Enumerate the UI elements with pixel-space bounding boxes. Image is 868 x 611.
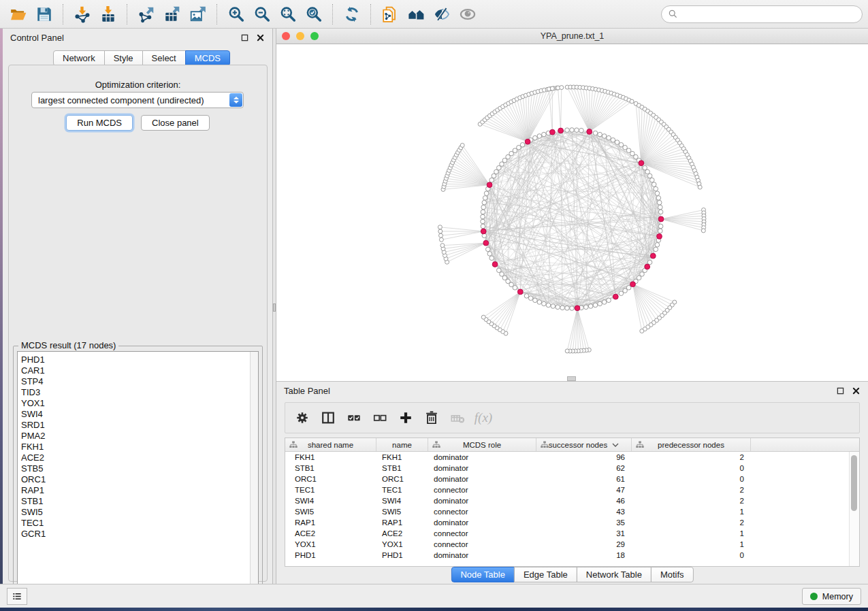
delete-table-button — [446, 406, 469, 429]
mcds-result-item[interactable]: FKH1 — [21, 442, 258, 452]
import-table-button[interactable] — [95, 3, 121, 26]
save-session-button[interactable] — [31, 3, 57, 26]
zoom-selected-button[interactable] — [301, 3, 327, 26]
mcds-result-item[interactable]: ORC1 — [21, 474, 258, 485]
cell-shared-name: SWI5 — [285, 508, 376, 516]
hide-graphics-details-button[interactable] — [429, 3, 455, 26]
table-row[interactable]: PHD1PHD1dominator180 — [285, 550, 859, 561]
tab-node-table[interactable]: Node Table — [451, 567, 515, 582]
search-input[interactable] — [681, 9, 856, 20]
table-row[interactable]: RAP1RAP1dominator352 — [285, 517, 859, 528]
window-maximize-light[interactable] — [310, 32, 319, 40]
mcds-result-item[interactable]: CAR1 — [21, 365, 258, 376]
mcds-result-item[interactable]: SRD1 — [21, 420, 258, 431]
close-mcds-panel-button[interactable]: Close panel — [141, 115, 210, 131]
tab-network-table[interactable]: Network Table — [577, 567, 652, 582]
cell-predecessor-nodes: 0 — [632, 475, 751, 483]
criterion-select[interactable]: largest connected component (undirected) — [31, 92, 244, 108]
column-header-MCDS-role[interactable]: MCDS role — [428, 438, 536, 451]
mcds-result-item[interactable]: PMA2 — [21, 431, 258, 442]
tab-style[interactable]: Style — [104, 50, 143, 66]
network-graph[interactable] — [276, 44, 868, 381]
cell-predecessor-nodes: 2 — [632, 486, 751, 494]
mcds-result-item[interactable]: STB1 — [21, 496, 258, 507]
table-row[interactable]: FKH1FKH1dominator962 — [285, 452, 859, 463]
network-window-title: YPA_prune.txt_1 — [276, 31, 868, 41]
cell-name: SWI4 — [376, 497, 428, 505]
mcds-result-item[interactable]: STB5 — [21, 463, 258, 474]
tab-network[interactable]: Network — [53, 50, 105, 66]
unselect-all-button[interactable] — [368, 406, 391, 429]
mcds-result-item[interactable]: PHD1 — [21, 354, 258, 365]
cell-MCDS-role: dominator — [428, 453, 536, 461]
horizontal-splitter-handle[interactable] — [567, 376, 576, 381]
window-minimize-light[interactable] — [296, 32, 304, 40]
column-header-name[interactable]: name — [376, 438, 428, 451]
tab-motifs[interactable]: Motifs — [651, 567, 694, 582]
tab-mcds[interactable]: MCDS — [185, 50, 230, 66]
export-network-button[interactable] — [133, 3, 159, 26]
import-network-button[interactable] — [69, 3, 95, 26]
criterion-value: largest connected component (undirected) — [38, 95, 204, 105]
cell-successor-nodes: 18 — [536, 551, 632, 559]
new-network-from-selection-button[interactable] — [377, 3, 403, 26]
close-table-panel-button[interactable] — [851, 386, 861, 395]
vertical-splitter-handle[interactable] — [273, 303, 276, 312]
close-panel-button[interactable] — [255, 33, 265, 42]
zoom-out-button[interactable] — [249, 3, 275, 26]
mcds-result-item[interactable]: TEC1 — [21, 518, 258, 529]
mcds-result-item[interactable]: TID3 — [21, 387, 258, 398]
mcds-result-item[interactable]: STP4 — [21, 376, 258, 387]
table-scrollbar[interactable] — [849, 452, 859, 566]
mcds-result-item[interactable]: GCR1 — [21, 529, 258, 540]
mcds-list-scrollbar[interactable] — [250, 352, 258, 595]
mcds-result-item[interactable]: YOX1 — [21, 398, 258, 409]
column-header-shared-name[interactable]: shared name — [285, 438, 376, 451]
first-neighbors-button[interactable] — [403, 3, 429, 26]
export-image-button[interactable] — [185, 3, 211, 26]
tab-edge-table[interactable]: Edge Table — [514, 567, 577, 582]
window-close-light[interactable] — [282, 32, 290, 40]
cell-predecessor-nodes: 2 — [632, 453, 751, 461]
table-scrollbar-thumb[interactable] — [851, 455, 857, 511]
search-box[interactable] — [661, 5, 863, 23]
column-header-predecessor-nodes[interactable]: predecessor nodes — [632, 438, 751, 451]
column-type-icon — [432, 441, 440, 448]
mcds-result-item[interactable]: SWI5 — [21, 507, 258, 518]
float-panel-button[interactable] — [240, 33, 249, 42]
cell-MCDS-role: connector — [428, 529, 536, 538]
run-mcds-button[interactable]: Run MCDS — [66, 115, 133, 131]
show-columns-button[interactable] — [317, 406, 340, 429]
zoom-in-button[interactable] — [223, 3, 249, 26]
add-column-button[interactable] — [394, 406, 417, 429]
table-row[interactable]: TEC1TEC1connector472 — [285, 484, 859, 495]
column-header-successor-nodes[interactable]: successor nodes — [536, 438, 632, 451]
cell-successor-nodes: 61 — [536, 475, 632, 483]
cell-name: PHD1 — [376, 551, 428, 559]
table-row[interactable]: ACE2ACE2connector311 — [285, 528, 859, 539]
table-row[interactable]: STB1STB1dominator620 — [285, 463, 859, 474]
memory-button[interactable]: Memory — [802, 588, 861, 605]
export-table-button[interactable] — [159, 3, 185, 26]
table-row[interactable]: ORC1ORC1dominator610 — [285, 474, 859, 484]
network-canvas[interactable] — [276, 44, 868, 381]
cell-MCDS-role: dominator — [428, 551, 536, 559]
table-mode-button[interactable] — [291, 406, 314, 429]
task-history-button[interactable] — [7, 588, 27, 605]
table-row[interactable]: SWI5SWI5connector431 — [285, 506, 859, 517]
mcds-result-item[interactable]: ACE2 — [21, 452, 258, 463]
cell-shared-name: SWI4 — [285, 497, 376, 505]
refresh-layout-button[interactable] — [339, 3, 365, 26]
mcds-result-item[interactable]: SWI4 — [21, 409, 258, 420]
open-file-button[interactable] — [5, 3, 31, 26]
zoom-fit-button[interactable] — [275, 3, 301, 26]
float-table-panel-button[interactable] — [835, 386, 845, 395]
select-all-button[interactable] — [342, 406, 366, 429]
delete-column-button[interactable] — [420, 406, 443, 429]
mcds-result-item[interactable]: RAP1 — [21, 485, 258, 496]
column-label: name — [392, 441, 412, 449]
table-row[interactable]: YOX1YOX1connector291 — [285, 539, 859, 550]
table-row[interactable]: SWI4SWI4dominator462 — [285, 495, 859, 506]
tab-select[interactable]: Select — [142, 50, 186, 66]
desktop-wallpaper-bottom — [0, 608, 868, 611]
